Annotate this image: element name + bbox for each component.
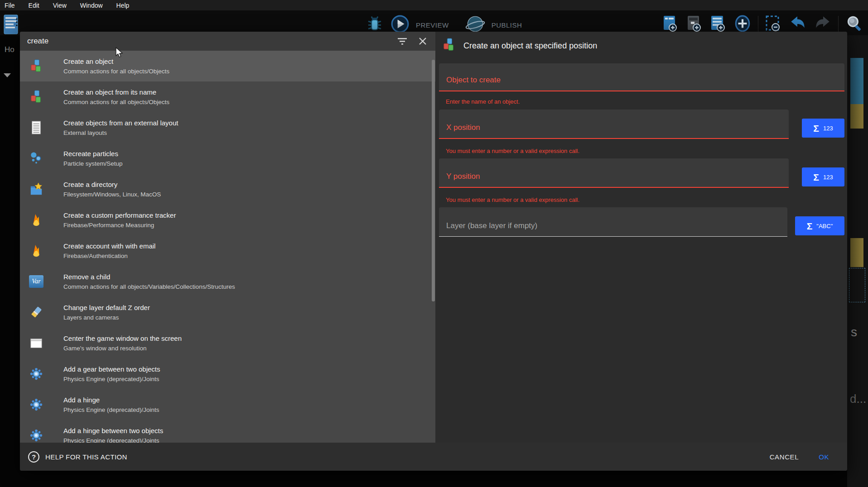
action-title: Add a hinge between two objects xyxy=(63,426,163,435)
action-list-item[interactable]: Recreate particlesParticle system/Setup xyxy=(20,143,435,174)
field-label: Y position xyxy=(446,172,480,181)
action-title: Create a custom performance tracker xyxy=(63,210,176,220)
background-dashed-selection xyxy=(849,268,865,302)
folder-icon xyxy=(29,182,43,196)
action-title: Remove a child xyxy=(63,272,235,282)
y-position-field[interactable]: Y position xyxy=(439,158,789,188)
particles-icon xyxy=(29,151,43,166)
sigma-icon: Σ xyxy=(813,172,819,182)
action-search-panel: Create an objectCommon actions for all o… xyxy=(20,32,435,443)
background-truncated-text: s xyxy=(851,325,857,339)
publish-button[interactable]: PUBLISH xyxy=(492,21,522,29)
game-window-icon xyxy=(29,336,43,350)
cancel-button[interactable]: CANCEL xyxy=(770,453,799,461)
preview-button[interactable]: PREVIEW xyxy=(416,21,449,29)
action-title: Recreate particles xyxy=(63,149,123,158)
background-truncated-text: d... xyxy=(850,392,866,406)
action-title: Center the game window on the screen xyxy=(63,334,182,343)
physics-gear-icon xyxy=(29,397,43,412)
firebase-flame-icon xyxy=(29,244,43,258)
objects-cubes-icon xyxy=(29,90,43,104)
action-group: Game's window and resolution xyxy=(63,344,182,353)
field-label: Layer (base layer if empty) xyxy=(446,221,537,230)
close-icon[interactable] xyxy=(418,37,427,46)
menu-view[interactable]: View xyxy=(53,2,67,9)
x-expression-button[interactable]: Σ 123 xyxy=(802,119,844,138)
field-error-text: You must enter a number or a valid expre… xyxy=(446,196,579,203)
project-manager-icon[interactable] xyxy=(4,14,19,36)
panel-title: Create an object at specified position xyxy=(463,41,597,51)
action-title: Create an object xyxy=(63,57,169,66)
menu-file[interactable]: File xyxy=(5,2,15,9)
action-group: External layouts xyxy=(63,129,178,137)
action-title: Change layer default Z order xyxy=(63,303,150,312)
physics-gear-icon xyxy=(29,367,43,381)
action-title: Create a directory xyxy=(63,180,161,189)
z-order-icon xyxy=(29,305,43,320)
instruction-editor-dialog: Create an objectCommon actions for all o… xyxy=(20,32,847,471)
action-group: Firebase/Authentication xyxy=(63,252,155,260)
action-title: Add a gear between two objects xyxy=(63,364,160,374)
action-title: Create an object from its name xyxy=(63,87,169,97)
action-list-item[interactable]: Create a directoryFilesystem/Windows, Li… xyxy=(20,174,435,205)
physics-gear-icon xyxy=(29,428,43,443)
action-list-item[interactable]: Change layer default Z orderLayers and c… xyxy=(20,297,435,328)
action-list-item[interactable]: Center the game window on the screenGame… xyxy=(20,328,435,358)
dialog-footer: ? HELP FOR THIS ACTION CANCEL OK xyxy=(20,443,847,471)
action-list-item[interactable]: Create an objectCommon actions for all o… xyxy=(20,51,435,81)
action-list-item[interactable]: VarRemove a childCommon actions for all … xyxy=(20,266,435,297)
action-group: Firebase/Performance Measuring xyxy=(63,221,176,229)
action-group: Physics Engine (deprecated)/Joints xyxy=(63,375,160,383)
action-list-item[interactable]: Create a custom performance trackerFireb… xyxy=(20,205,435,235)
action-list: Create an objectCommon actions for all o… xyxy=(20,51,435,443)
action-list-item[interactable]: Add a gear between two objectsPhysics En… xyxy=(20,358,435,389)
menu-bar: File Edit View Window Help xyxy=(0,0,868,10)
action-list-item[interactable]: Add a hingePhysics Engine (deprecated)/J… xyxy=(20,389,435,420)
sigma-icon: Σ xyxy=(807,221,813,231)
toolbar-separator xyxy=(758,16,758,33)
action-list-item[interactable]: Create account with with emailFirebase/A… xyxy=(20,235,435,266)
search-events-icon[interactable] xyxy=(844,14,863,35)
y-expression-button[interactable]: Σ 123 xyxy=(802,167,844,186)
firebase-flame-icon xyxy=(29,213,43,227)
action-list-item[interactable]: Create objects from an external layoutEx… xyxy=(20,112,435,143)
menu-edit[interactable]: Edit xyxy=(29,2,39,9)
layer-field[interactable]: Layer (base layer if empty) xyxy=(439,207,787,237)
field-label: X position xyxy=(446,123,480,132)
sigma-icon: Σ xyxy=(813,124,819,133)
help-icon: ? xyxy=(28,451,39,463)
action-group: Layers and cameras xyxy=(63,313,150,322)
action-parameters-panel: Create an object at specified position O… xyxy=(438,32,847,443)
objects-cubes-icon xyxy=(442,38,456,53)
background-olive-block xyxy=(850,238,863,267)
search-input[interactable] xyxy=(27,37,386,46)
ok-button[interactable]: OK xyxy=(819,453,829,461)
action-group: Common actions for all objects/Objects xyxy=(63,98,169,106)
filter-icon[interactable] xyxy=(397,37,407,45)
field-error-text: Enter the name of an object. xyxy=(446,98,520,105)
action-title: Add a hinge xyxy=(63,395,159,405)
action-group: Filesystem/Windows, Linux, MacOS xyxy=(63,190,161,199)
object-to-create-field[interactable]: Object to create xyxy=(439,63,844,91)
x-position-field[interactable]: X position xyxy=(439,110,789,139)
action-group: Physics Engine (deprecated)/Joints xyxy=(63,436,163,443)
background-teal-block xyxy=(850,58,863,104)
panel-header: Create an object at specified position xyxy=(442,38,597,53)
action-group: Physics Engine (deprecated)/Joints xyxy=(63,406,159,414)
action-list-item[interactable]: Create an object from its nameCommon act… xyxy=(20,81,435,112)
menu-window[interactable]: Window xyxy=(80,2,103,9)
layer-expression-button[interactable]: Σ "ABC" xyxy=(795,216,844,235)
background-olive-block xyxy=(850,104,863,129)
action-group: Common actions for all objects/Objects xyxy=(63,67,169,76)
list-scrollbar[interactable] xyxy=(432,60,435,301)
menu-help[interactable]: Help xyxy=(116,2,130,9)
chevron-down-icon xyxy=(4,73,11,77)
toolbar-separator xyxy=(838,16,839,33)
background-right-panel: s d... xyxy=(847,35,868,487)
action-group: Common actions for all objects/Variables… xyxy=(63,282,235,291)
action-list-item[interactable]: Add a hinge between two objectsPhysics E… xyxy=(20,420,435,443)
action-group: Particle system/Setup xyxy=(63,159,123,168)
objects-cubes-icon xyxy=(29,59,43,73)
field-error-text: You must enter a number or a valid expre… xyxy=(446,148,579,154)
help-for-this-action-link[interactable]: ? HELP FOR THIS ACTION xyxy=(28,451,127,463)
